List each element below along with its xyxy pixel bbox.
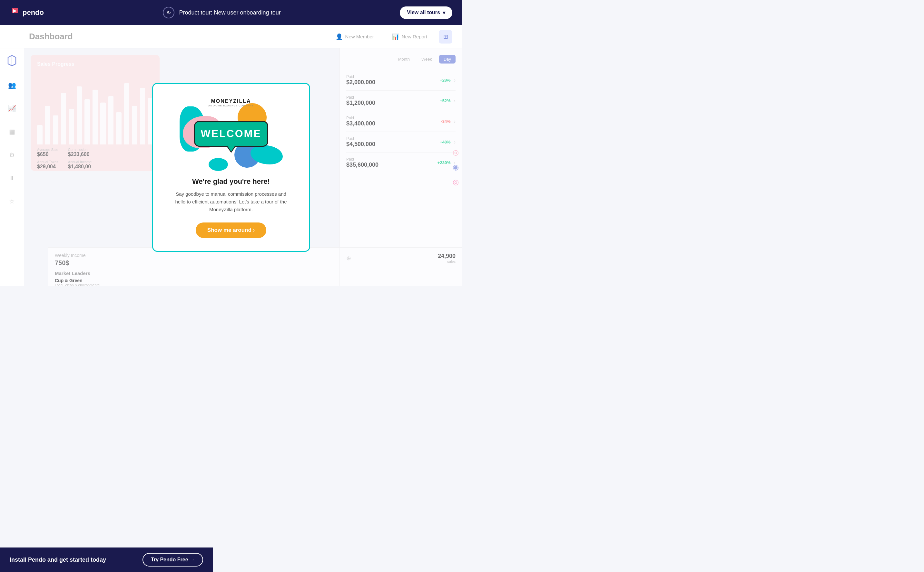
report-icon: 📊 [392, 33, 399, 40]
grid-icon: ⊞ [443, 33, 448, 40]
moneyzilla-logo: MONEYZILLA AN ACME EXAMPLE COMPANY [208, 98, 254, 107]
person-add-icon: 👤 [335, 33, 343, 40]
main-layout: 👥 📈 ▦ ⚙ ⏸ ☆ Sales Progress Average Sale [0, 48, 462, 286]
welcome-modal: MONEYZILLA AN ACME EXAMPLE COMPANY WELCO… [152, 83, 310, 252]
pendo-logo-text: pendo [23, 8, 44, 17]
dashboard-header: Dashboard 👤 New Member 📊 New Report ⊞ [0, 25, 462, 48]
settings-icon-box[interactable]: ⊞ [439, 30, 452, 44]
new-report-button[interactable]: 📊 New Report [385, 30, 433, 44]
topbar-right: View all tours ▾ [400, 6, 452, 19]
pendo-logo-icon: ▶ [10, 6, 20, 19]
pendo-logo: ▶ pendo [10, 6, 44, 19]
welcome-speech-bubble: WELCOME [194, 121, 268, 147]
page-title: Dashboard [29, 32, 73, 42]
svg-text:▶: ▶ [13, 8, 17, 13]
welcome-text: WELCOME [200, 128, 261, 140]
new-member-button[interactable]: 👤 New Member [329, 30, 380, 44]
modal-description: Say goodbye to manual commission process… [173, 190, 289, 213]
dashboard-actions: 👤 New Member 📊 New Report ⊞ [329, 30, 452, 44]
tour-info: ↻ Product tour: New user onboarding tour [163, 7, 281, 19]
show-me-around-button[interactable]: Show me around › [196, 222, 266, 238]
blob-teal-bottom [209, 158, 228, 171]
modal-heading: We're glad you're here! [192, 177, 270, 186]
moneyzilla-name: MONEYZILLA [208, 98, 254, 104]
tour-label: Product tour: New user onboarding tour [179, 9, 281, 16]
welcome-illustration: MONEYZILLA AN ACME EXAMPLE COMPANY WELCO… [176, 97, 286, 171]
chevron-down-icon: ▾ [443, 10, 445, 16]
moneyzilla-sub: AN ACME EXAMPLE COMPANY [208, 104, 254, 107]
modal-overlay: MONEYZILLA AN ACME EXAMPLE COMPANY WELCO… [0, 48, 462, 286]
topbar: ▶ pendo ↻ Product tour: New user onboard… [0, 0, 462, 25]
view-all-tours-button[interactable]: View all tours ▾ [400, 6, 452, 19]
tour-icon: ↻ [163, 7, 174, 19]
